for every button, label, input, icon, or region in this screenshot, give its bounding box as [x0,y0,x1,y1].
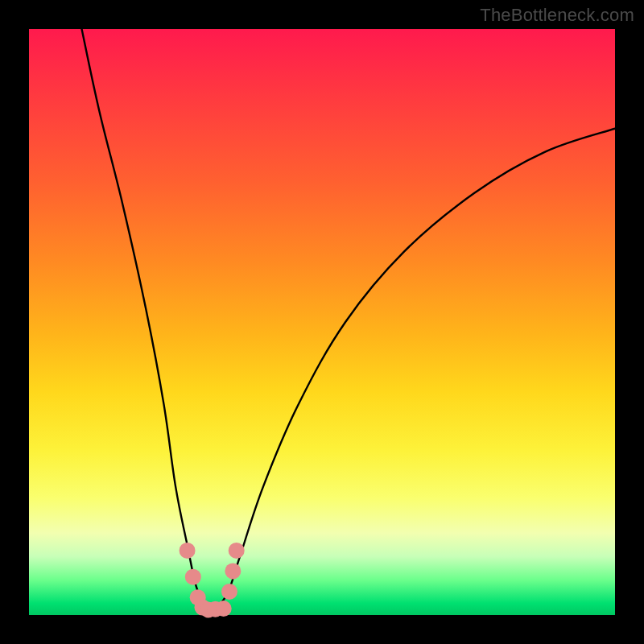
highlight-dot [225,563,241,579]
highlight-dot [180,543,196,559]
plot-area [29,29,615,615]
bottleneck-curve [82,29,615,611]
highlight-dots [180,543,245,618]
highlight-dot [216,601,232,617]
curve-layer [29,29,615,615]
watermark-label: TheBottleneck.com [480,5,634,26]
highlight-dot [221,584,237,600]
highlight-dot [185,569,201,585]
highlight-dot [229,543,245,559]
chart-frame: TheBottleneck.com [0,0,644,644]
